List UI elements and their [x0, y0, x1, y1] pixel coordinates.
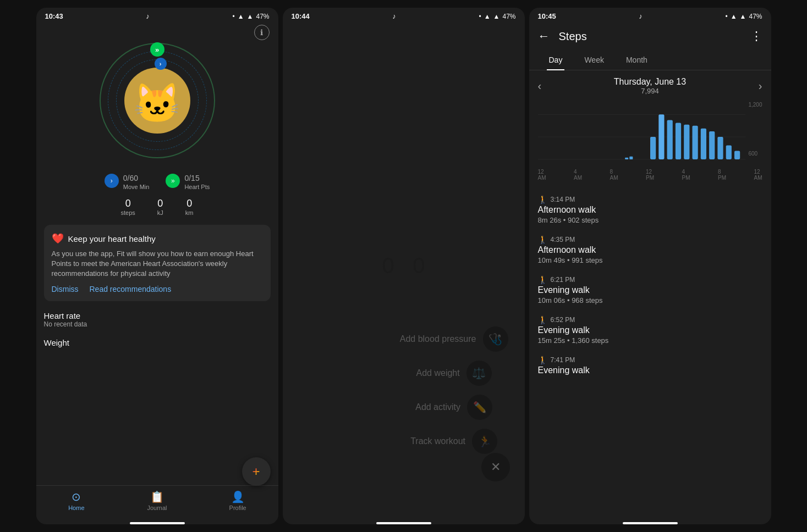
- status-bar-2: 10:44 ♪ • ▲ ▲ 47%: [283, 8, 525, 23]
- activity-3[interactable]: 🚶 6:52 PM Evening walk 15m 25s • 1,360 s…: [529, 310, 771, 350]
- rings-container: » › 🐱: [97, 40, 218, 161]
- km-metric: 0 km: [185, 198, 194, 216]
- move-min-numbers: 0/60 Move Min: [123, 171, 150, 190]
- home-icon: ⊙: [72, 490, 81, 503]
- next-date-button[interactable]: ›: [759, 80, 762, 92]
- walk-icon-3: 🚶: [538, 315, 547, 324]
- prev-date-button[interactable]: ‹: [538, 80, 542, 92]
- profile-icon: 👤: [231, 490, 245, 503]
- svg-rect-15: [629, 157, 633, 159]
- add-activity-item[interactable]: Add activity ✏️: [415, 395, 492, 420]
- add-weight-item[interactable]: Add weight ⚖️: [416, 361, 492, 386]
- info-button[interactable]: ℹ: [254, 25, 270, 40]
- status-icons-3: • ▲ ▲ 47%: [725, 13, 762, 20]
- activity-name-3: Evening walk: [538, 325, 762, 335]
- track-workout-icon: 🏃: [472, 429, 497, 454]
- ring-indicator-green: »: [150, 42, 164, 57]
- x-label-2: 8AM: [610, 169, 618, 181]
- activity-time-1: 🚶 4:35 PM: [538, 235, 762, 244]
- steps-title: Steps: [559, 30, 746, 43]
- avatar-section: » › 🐱: [36, 40, 278, 167]
- track-workout-label: Track workout: [410, 436, 465, 446]
- add-blood-pressure-label: Add blood pressure: [400, 334, 476, 344]
- activity-details-3: 15m 25s • 1,360 steps: [538, 336, 762, 345]
- activity-name-4: Evening walk: [538, 365, 762, 375]
- heart-pts-numbers: 0/15 Heart Pts: [184, 171, 210, 190]
- battery-1: 47%: [256, 13, 269, 20]
- steps-metric: 0 steps: [121, 198, 135, 216]
- activity-2[interactable]: 🚶 6:21 PM Evening walk 10m 06s • 968 ste…: [529, 270, 771, 310]
- screen2-main: 0 0 Add blood pressure 🩺 Add weight ⚖️ A…: [283, 23, 525, 520]
- svg-rect-8: [692, 126, 698, 159]
- svg-rect-14: [625, 158, 628, 159]
- status-bar-3: 10:45 ♪ • ▲ ▲ 47%: [529, 8, 771, 23]
- nav-home[interactable]: ⊙ Home: [60, 490, 93, 511]
- heart-rate-section: Heart rate No recent data: [36, 304, 278, 335]
- svg-rect-12: [726, 145, 731, 159]
- svg-rect-4: [658, 114, 664, 159]
- heart-pts-icon: »: [166, 174, 180, 188]
- back-button[interactable]: ←: [538, 27, 555, 46]
- fab-close-button[interactable]: ✕: [481, 453, 510, 481]
- music-note-1: ♪: [146, 12, 150, 20]
- activity-4[interactable]: 🚶 7:41 PM Evening walk: [529, 350, 771, 382]
- dismiss-button[interactable]: Dismiss: [52, 285, 79, 293]
- profile-label: Profile: [229, 505, 246, 511]
- svg-rect-7: [684, 125, 689, 159]
- tab-week[interactable]: Week: [573, 50, 615, 70]
- stats-row: › 0/60 Move Min » 0/15 Heart Pts: [36, 167, 278, 195]
- heart-pts-value: 0/15: [184, 171, 210, 184]
- metrics-row: 0 steps 0 kJ 0 km: [36, 195, 278, 221]
- activity-0[interactable]: 🚶 3:14 PM Afternoon walk 8m 26s • 902 st…: [529, 190, 771, 230]
- svg-rect-6: [675, 123, 680, 159]
- fab-menu: Add blood pressure 🩺 Add weight ⚖️ Add a…: [400, 326, 508, 454]
- move-min-label: Move Min: [123, 184, 150, 190]
- add-weight-icon: ⚖️: [466, 361, 492, 386]
- read-recommendations-button[interactable]: Read recommendations: [90, 285, 172, 293]
- chart-svg: [538, 102, 762, 167]
- home-indicator-1: [130, 522, 185, 524]
- tab-month[interactable]: Month: [615, 50, 658, 70]
- nav-profile[interactable]: 👤 Profile: [221, 490, 254, 511]
- x-label-4: 4PM: [682, 169, 690, 181]
- tab-day[interactable]: Day: [538, 50, 574, 70]
- more-button[interactable]: ⋮: [750, 29, 762, 43]
- x-label-6: 12AM: [754, 169, 762, 181]
- plus-icon: +: [252, 464, 260, 479]
- km-value: 0: [186, 198, 192, 209]
- fitness-header: ℹ: [36, 23, 278, 40]
- status-bar-1: 10:43 ♪ • ▲ ▲ 47%: [36, 8, 278, 23]
- heart-google-icon: ❤️: [52, 232, 64, 245]
- date-center: Thursday, June 13 7,994: [614, 77, 686, 95]
- signal-icon-3: ▲: [740, 13, 746, 20]
- signal-icon-2: ▲: [493, 13, 500, 20]
- card-body: As you use the app, Fit will show you ho…: [52, 249, 263, 279]
- time-1: 10:43: [45, 12, 63, 20]
- svg-rect-3: [650, 137, 656, 159]
- walk-icon-0: 🚶: [538, 195, 547, 204]
- battery-2: 47%: [502, 13, 515, 20]
- fab-button[interactable]: +: [242, 457, 271, 486]
- avatar: 🐱: [124, 68, 190, 134]
- activity-name-2: Evening walk: [538, 285, 762, 295]
- add-weight-label: Add weight: [416, 368, 460, 378]
- activity-details-2: 10m 06s • 968 steps: [538, 296, 762, 304]
- ring-indicator-blue: ›: [155, 58, 167, 70]
- journal-label: Journal: [147, 505, 167, 511]
- x-label-3: 12PM: [646, 169, 654, 181]
- add-blood-pressure-item[interactable]: Add blood pressure 🩺: [400, 326, 508, 352]
- dot-icon-1: •: [232, 13, 234, 20]
- heart-pts-stat: » 0/15 Heart Pts: [166, 171, 210, 190]
- activity-1[interactable]: 🚶 4:35 PM Afternoon walk 10m 49s • 991 s…: [529, 230, 771, 270]
- avatar-emoji: 🐱: [133, 84, 181, 123]
- chart-area: 1,200 600: [529, 97, 771, 169]
- journal-icon: 📋: [150, 490, 164, 503]
- activity-name-1: Afternoon walk: [538, 245, 762, 255]
- walk-icon-2: 🚶: [538, 275, 547, 284]
- hr-subtitle: No recent data: [44, 320, 271, 328]
- nav-journal[interactable]: 📋 Journal: [140, 490, 173, 511]
- track-workout-item[interactable]: Track workout 🏃: [410, 429, 497, 454]
- x-label-5: 8PM: [718, 169, 726, 181]
- x-label-1: 4AM: [574, 169, 582, 181]
- music-note-3: ♪: [639, 12, 643, 20]
